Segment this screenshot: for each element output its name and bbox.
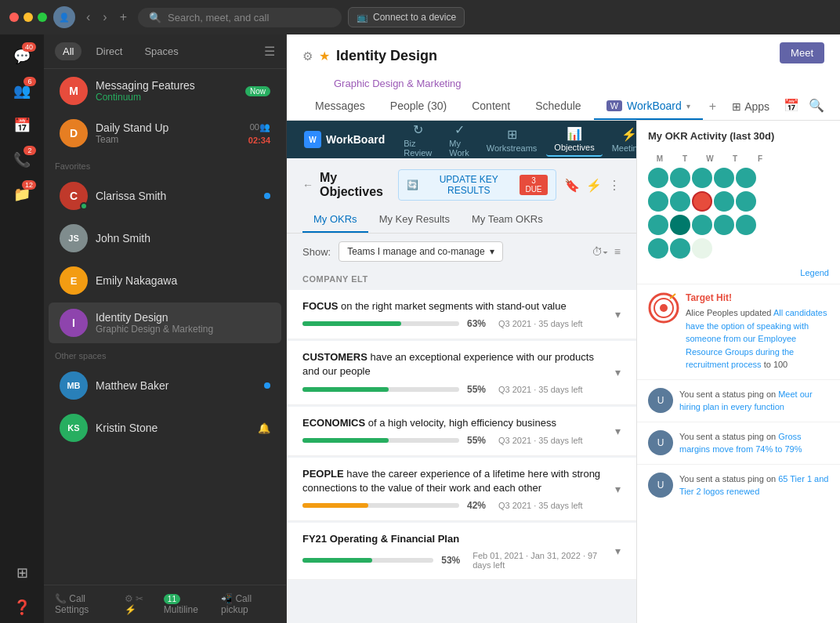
objective-row[interactable]: FY21 Operating & Financial Plan 53% Feb … [287, 523, 636, 580]
star-icon[interactable]: ★ [319, 49, 330, 63]
objective-date: Q3 2021 · 35 days left [498, 501, 583, 510]
show-label: Show: [302, 246, 331, 258]
search-channel-icon[interactable]: 🔍 [809, 98, 824, 113]
expand-icon[interactable]: ▾ [615, 483, 621, 495]
list-item[interactable]: I Identity Design Graphic Design & Marke… [49, 302, 281, 343]
forward-button[interactable]: › [98, 9, 111, 26]
settings-icon[interactable]: ⚙ [302, 49, 313, 63]
cal-day-m: M [648, 154, 672, 163]
tab-content[interactable]: Content [459, 93, 523, 120]
tab-direct[interactable]: Direct [88, 42, 130, 60]
add-tab-button[interactable]: + [703, 93, 722, 120]
chat-subtitle: Continuum [96, 92, 237, 103]
objective-row[interactable]: FOCUS on the right market segments with … [287, 290, 636, 339]
main-layout: 💬 40 👥 6 📅 📞 2 📁 12 ⊞ ❓ All Direct Space… [0, 34, 840, 623]
progress-bar [302, 321, 459, 326]
back-arrow-icon[interactable]: ← [302, 179, 313, 191]
chat-info: Emily Nakagawa [96, 274, 270, 287]
apps-tab[interactable]: ⊞ Apps [722, 94, 779, 119]
chevron-down-icon[interactable]: ▾ [686, 102, 690, 110]
tab-workboard[interactable]: W WorkBoard ▾ [594, 93, 703, 120]
objective-row[interactable]: CUSTOMERS have an exceptional experience… [287, 341, 636, 404]
workstreams-label: Workstreams [487, 143, 538, 153]
layout-icon[interactable]: ≡ [614, 245, 621, 258]
cal-cell [670, 215, 690, 235]
meetings-icon[interactable]: 📅 [784, 98, 799, 113]
sort-icon[interactable]: ⏱▾ [592, 245, 608, 258]
sidebar-item-teams[interactable]: 👥 6 [6, 75, 38, 107]
tab-people[interactable]: People (30) [378, 93, 459, 120]
minimize-button[interactable] [24, 13, 33, 22]
tab-all[interactable]: All [55, 42, 81, 60]
activity-item-3: U You sent a status ping on Gross margin… [637, 422, 840, 464]
tab-messages[interactable]: Messages [302, 93, 378, 120]
multiline-btn[interactable]: 11 Multiline [164, 593, 212, 615]
call-settings-btn[interactable]: 📞 Call Settings [55, 593, 115, 615]
back-button[interactable]: ‹ [81, 9, 95, 26]
wb-tab-icon: W [606, 100, 622, 111]
objectives-list: FOCUS on the right market segments with … [287, 290, 636, 580]
cal-cell-today [692, 191, 712, 212]
objective-row[interactable]: ECONOMICS of a high velocity, high effic… [287, 407, 636, 456]
sidebar-item-files[interactable]: 📁 12 [6, 179, 38, 210]
show-select[interactable]: Teams I manage and co-manage ▾ [339, 241, 502, 262]
obj-toolbar-icons: 🔖 ⚡ ⋮ [564, 178, 621, 193]
okr-activity-header: My OKR Activity (last 30d) [637, 121, 840, 148]
filter-icon[interactable]: ☰ [264, 44, 275, 59]
list-item[interactable]: MB Matthew Baker [49, 365, 281, 406]
meet-button[interactable]: Meet [780, 42, 824, 63]
close-button[interactable] [9, 13, 19, 22]
wb-nav-workstreams[interactable]: ⊞ Workstreams [479, 124, 545, 156]
list-item[interactable]: JS John Smith [49, 218, 281, 259]
expand-icon[interactable]: ▾ [615, 366, 621, 379]
search-bar[interactable]: 🔍 Search, meet, and call [138, 8, 342, 27]
objective-percent: 53% [441, 555, 465, 566]
activity-link[interactable]: Gross margins move from 74% to 79% [679, 432, 802, 455]
user-avatar[interactable]: 👤 [53, 6, 75, 28]
sidebar-item-add-apps[interactable]: ⊞ [6, 557, 38, 589]
connect-device-button[interactable]: 📺 Connect to a device [348, 7, 465, 27]
filter-icon[interactable]: ⚡ [586, 178, 602, 193]
activity-link[interactable]: 65 Tier 1 and Tier 2 logos renewed [679, 474, 828, 497]
activity-link[interactable]: Meet our hiring plan in every function [679, 389, 813, 412]
multiline-badge: 11 [164, 594, 180, 604]
update-key-results-button[interactable]: 🔄 UPDATE KEY RESULTS 3 DUE [398, 169, 556, 201]
sidebar-item-calendar[interactable]: 📅 [6, 110, 38, 141]
expand-icon[interactable]: ▾ [615, 425, 621, 437]
maximize-button[interactable] [38, 13, 47, 22]
activity-avatar: U [648, 388, 673, 413]
target-hit-item: Target Hit! Alice Peoples updated All ca… [637, 284, 840, 379]
tab-spaces[interactable]: Spaces [136, 42, 186, 60]
progress-fill [302, 558, 372, 563]
expand-icon[interactable]: ▾ [615, 308, 621, 321]
tab-my-key-results[interactable]: My Key Results [368, 207, 461, 233]
progress-bar [302, 438, 459, 443]
list-item[interactable]: E Emily Nakagawa [49, 260, 281, 301]
objective-row[interactable]: PEOPLE have the career experience of a l… [287, 458, 636, 521]
list-item[interactable]: KS Kristin Stone 🔔 [49, 407, 281, 448]
objective-text: FY21 Operating & Financial Plan [302, 532, 606, 546]
expand-icon[interactable]: ▾ [615, 545, 621, 557]
tab-schedule[interactable]: Schedule [523, 93, 593, 120]
list-item[interactable]: C Clarissa Smith [49, 176, 281, 216]
call-pickup-btn[interactable]: 📲 Call pickup [221, 593, 275, 615]
more-options-icon[interactable]: ⋮ [608, 178, 621, 193]
wb-nav-objectives[interactable]: 📊 Objectives [546, 123, 602, 157]
wb-nav-my-work[interactable]: ✓ My Work [441, 121, 476, 161]
legend-link[interactable]: Legend [637, 268, 840, 284]
list-item[interactable]: M Messaging Features Continuum Now [49, 71, 281, 111]
progress-fill [302, 387, 389, 392]
sidebar-item-chat[interactable]: 💬 40 [6, 41, 38, 72]
tab-my-okrs[interactable]: My OKRs [302, 207, 368, 233]
tab-my-team-okrs[interactable]: My Team OKRs [461, 207, 554, 233]
cal-cell [714, 238, 734, 259]
wb-nav-biz-review[interactable]: ↻ Biz Review [396, 121, 440, 161]
sidebar-item-calls[interactable]: 📞 2 [6, 144, 38, 176]
list-item[interactable]: D Daily Stand Up Team 00👥 02:34 [49, 113, 281, 154]
sidebar-item-help[interactable]: ❓ [6, 592, 38, 623]
new-tab-button[interactable]: + [115, 9, 132, 26]
chat-meta [264, 382, 270, 389]
bookmark-icon[interactable]: 🔖 [564, 178, 580, 193]
chat-scroll[interactable]: M Messaging Features Continuum Now D Dai… [44, 69, 286, 585]
wb-nav-meetings[interactable]: ⚡ Meetings [604, 124, 636, 156]
